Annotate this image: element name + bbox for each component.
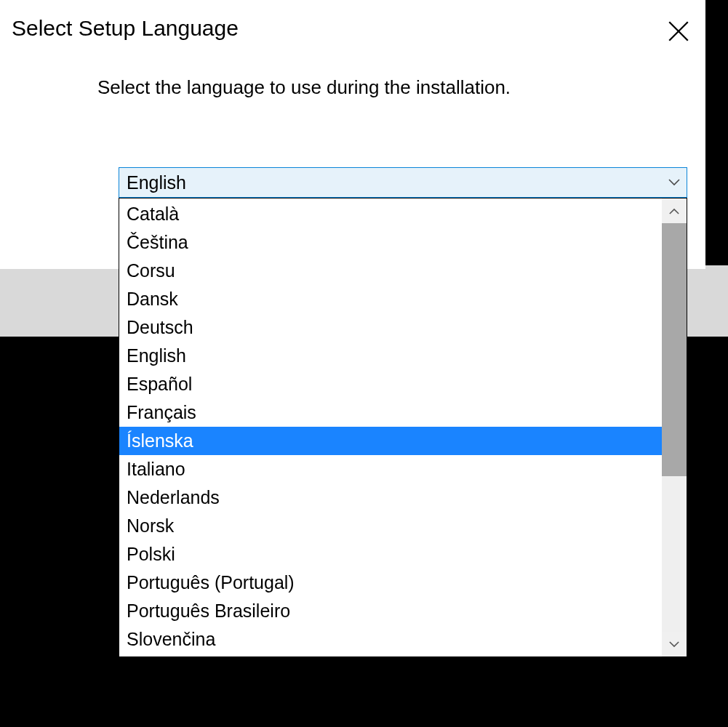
language-option[interactable]: Deutsch — [119, 313, 662, 342]
language-option[interactable]: English — [119, 342, 662, 370]
language-option[interactable]: Slovenčina — [119, 625, 662, 654]
instruction-text: Select the language to use during the in… — [97, 76, 511, 99]
language-option[interactable]: Norsk — [119, 512, 662, 540]
language-option[interactable]: Català — [119, 200, 662, 228]
chevron-down-icon — [669, 641, 679, 648]
language-option[interactable]: Français — [119, 398, 662, 427]
language-option[interactable]: Português Brasileiro — [119, 597, 662, 625]
language-option[interactable]: Íslenska — [119, 427, 662, 455]
scrollbar[interactable] — [662, 198, 687, 656]
close-icon — [666, 19, 691, 44]
language-option[interactable]: Español — [119, 370, 662, 398]
language-list[interactable]: CatalàČeštinaCorsuDanskDeutschEnglishEsp… — [119, 198, 662, 656]
language-option[interactable]: Corsu — [119, 257, 662, 285]
language-combobox[interactable]: English — [119, 167, 687, 198]
chevron-up-icon — [669, 208, 679, 214]
language-option[interactable]: Polski — [119, 540, 662, 569]
language-option[interactable]: Čeština — [119, 228, 662, 257]
scroll-up-button[interactable] — [662, 198, 687, 223]
language-option[interactable]: Dansk — [119, 285, 662, 313]
combobox-arrow[interactable] — [662, 176, 687, 189]
language-dropdown[interactable]: CatalàČeštinaCorsuDanskDeutschEnglishEsp… — [119, 198, 687, 657]
language-option[interactable]: Nederlands — [119, 483, 662, 512]
dialog-title: Select Setup Language — [12, 16, 239, 41]
language-option[interactable]: Português (Portugal) — [119, 569, 662, 597]
scroll-down-button[interactable] — [662, 632, 687, 656]
scroll-thumb[interactable] — [662, 223, 687, 476]
close-button[interactable] — [666, 19, 691, 44]
language-option[interactable]: Italiano — [119, 455, 662, 483]
chevron-down-icon — [668, 179, 680, 186]
scroll-track[interactable] — [662, 223, 687, 632]
combobox-value: English — [119, 172, 662, 193]
